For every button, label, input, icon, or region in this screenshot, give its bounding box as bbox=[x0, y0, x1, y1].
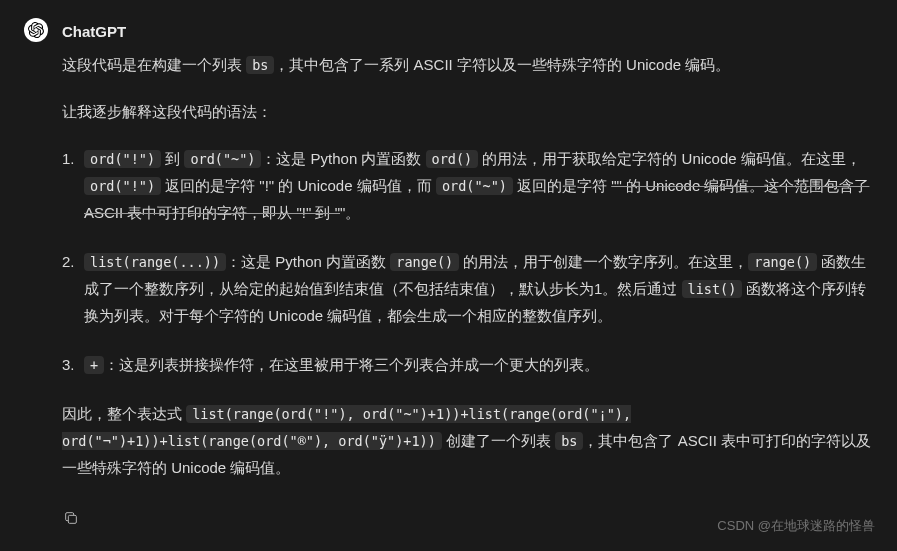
list-item: list(range(...))：这是 Python 内置函数 range() … bbox=[84, 248, 873, 329]
text: 到 bbox=[161, 150, 184, 167]
code-inline: bs bbox=[555, 432, 583, 450]
intro-paragraph: 这段代码是在构建一个列表 bs，其中包含了一系列 ASCII 字符以及一些特殊字… bbox=[62, 51, 873, 78]
explanation-list: ord("!") 到 ord("~")：这是 Python 内置函数 ord()… bbox=[62, 145, 873, 378]
openai-logo-icon bbox=[28, 22, 44, 38]
text: 返回的是字符 "!" 的 Unicode 编码值，而 bbox=[161, 177, 436, 194]
message-content: ChatGPT 这段代码是在构建一个列表 bs，其中包含了一系列 ASCII 字… bbox=[62, 18, 873, 534]
lead-paragraph: 让我逐步解释这段代码的语法： bbox=[62, 98, 873, 125]
sender-name: ChatGPT bbox=[62, 18, 873, 45]
text: 返回的是字符 bbox=[513, 177, 611, 194]
text: 的用法，用于创建一个数字序列。在这里， bbox=[459, 253, 748, 270]
list-item: +：这是列表拼接操作符，在这里被用于将三个列表合并成一个更大的列表。 bbox=[84, 351, 873, 378]
svg-rect-0 bbox=[68, 515, 76, 523]
text: ：这是列表拼接操作符，在这里被用于将三个列表合并成一个更大的列表。 bbox=[104, 356, 599, 373]
code-inline: range() bbox=[390, 253, 459, 271]
code-inline: list(range(...)) bbox=[84, 253, 226, 271]
avatar bbox=[24, 18, 48, 42]
text: 创建了一个列表 bbox=[442, 432, 555, 449]
code-inline: ord("~") bbox=[436, 177, 513, 195]
code-inline: + bbox=[84, 356, 104, 374]
code-inline: ord("!") bbox=[84, 177, 161, 195]
list-item: ord("!") 到 ord("~")：这是 Python 内置函数 ord()… bbox=[84, 145, 873, 226]
text: 的用法，用于获取给定字符的 Unicode 编码值。在这里， bbox=[478, 150, 861, 167]
text: ：这是 Python 内置函数 bbox=[261, 150, 425, 167]
chat-message: ChatGPT 这段代码是在构建一个列表 bs，其中包含了一系列 ASCII 字… bbox=[0, 0, 897, 551]
code-inline: ord("!") bbox=[84, 150, 161, 168]
text: ，其中包含了一系列 ASCII 字符以及一些特殊字符的 Unicode 编码。 bbox=[274, 56, 730, 73]
code-inline: ord() bbox=[426, 150, 479, 168]
code-inline: ord("~") bbox=[184, 150, 261, 168]
text: 这段代码是在构建一个列表 bbox=[62, 56, 246, 73]
copy-icon bbox=[63, 510, 79, 526]
text: "。 bbox=[340, 204, 360, 221]
text: 因此，整个表达式 bbox=[62, 405, 186, 422]
code-inline: list() bbox=[682, 280, 743, 298]
code-inline: range() bbox=[748, 253, 817, 271]
copy-button[interactable] bbox=[62, 509, 80, 527]
code-inline: bs bbox=[246, 56, 274, 74]
text: ：这是 Python 内置函数 bbox=[226, 253, 390, 270]
conclusion-paragraph: 因此，整个表达式 list(range(ord("!"), ord("~")+1… bbox=[62, 400, 873, 481]
